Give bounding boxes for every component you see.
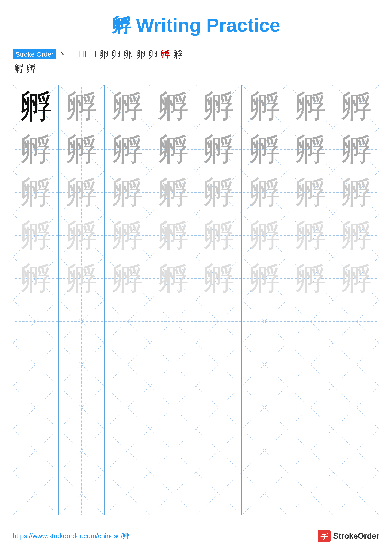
grid-cell-4-6[interactable]: 孵 bbox=[242, 214, 287, 257]
grid-cell-7-8[interactable] bbox=[333, 343, 379, 386]
stroke-step-11: 孵 bbox=[161, 48, 170, 61]
grid-cell-7-4[interactable] bbox=[150, 343, 196, 386]
grid-cell-8-6[interactable] bbox=[242, 386, 287, 429]
char-guide: 孵 bbox=[66, 90, 97, 122]
grid-cell-7-2[interactable] bbox=[59, 343, 104, 386]
grid-cell-5-8[interactable]: 孵 bbox=[333, 257, 379, 300]
grid-cell-8-8[interactable] bbox=[333, 386, 379, 429]
grid-cell-4-7[interactable]: 孵 bbox=[287, 214, 333, 257]
grid-cell-7-3[interactable] bbox=[105, 343, 150, 386]
char-guide: 孵 bbox=[20, 219, 51, 251]
grid-cell-5-7[interactable]: 孵 bbox=[287, 257, 333, 300]
grid-cell-8-4[interactable] bbox=[150, 386, 196, 429]
grid-cell-9-8[interactable] bbox=[333, 429, 379, 472]
grid-cell-2-1[interactable]: 孵 bbox=[13, 128, 59, 171]
grid-cell-9-2[interactable] bbox=[59, 429, 104, 472]
grid-cell-8-3[interactable] bbox=[105, 386, 150, 429]
grid-cell-4-3[interactable]: 孵 bbox=[105, 214, 150, 257]
svg-line-89 bbox=[196, 300, 242, 343]
char-guide: 孵 bbox=[20, 263, 51, 294]
grid-cell-2-8[interactable]: 孵 bbox=[333, 128, 379, 171]
char-guide: 孵 bbox=[340, 133, 372, 165]
grid-cell-5-1[interactable]: 孵 bbox=[13, 257, 59, 300]
grid-cell-9-5[interactable] bbox=[196, 429, 242, 472]
grid-cell-5-3[interactable]: 孵 bbox=[105, 257, 150, 300]
grid-cell-1-3[interactable]: 孵 bbox=[105, 85, 150, 128]
grid-cell-6-7[interactable] bbox=[287, 300, 333, 343]
grid-cell-10-1[interactable] bbox=[13, 472, 59, 515]
grid-cell-10-8[interactable] bbox=[333, 472, 379, 515]
grid-cell-4-1[interactable]: 孵 bbox=[13, 214, 59, 257]
grid-cell-6-1[interactable] bbox=[13, 300, 59, 343]
grid-cell-5-5[interactable]: 孵 bbox=[196, 257, 242, 300]
grid-cell-8-2[interactable] bbox=[59, 386, 104, 429]
grid-cell-10-6[interactable] bbox=[242, 472, 287, 515]
grid-cell-8-1[interactable] bbox=[13, 386, 59, 429]
grid-cell-5-2[interactable]: 孵 bbox=[59, 257, 104, 300]
grid-cell-9-1[interactable] bbox=[13, 429, 59, 472]
char-guide: 孵 bbox=[294, 133, 326, 165]
grid-cell-9-3[interactable] bbox=[105, 429, 150, 472]
grid-cell-6-5[interactable] bbox=[196, 300, 242, 343]
grid-cell-4-2[interactable]: 孵 bbox=[59, 214, 104, 257]
grid-cell-3-2[interactable]: 孵 bbox=[59, 171, 104, 214]
char-guide: 孵 bbox=[203, 263, 235, 294]
grid-cell-4-8[interactable]: 孵 bbox=[333, 214, 379, 257]
grid-cell-6-4[interactable] bbox=[150, 300, 196, 343]
grid-cell-3-6[interactable]: 孵 bbox=[242, 171, 287, 214]
grid-cell-10-4[interactable] bbox=[150, 472, 196, 515]
grid-row-4: 孵 孵 孵 孵 孵 孵 孵 孵 bbox=[13, 214, 379, 257]
svg-line-159 bbox=[333, 472, 379, 515]
grid-cell-3-3[interactable]: 孵 bbox=[105, 171, 150, 214]
grid-cell-8-7[interactable] bbox=[287, 386, 333, 429]
footer-url-link[interactable]: https://www.strokeorder.com/chinese/孵 bbox=[13, 532, 129, 540]
grid-cell-9-7[interactable] bbox=[287, 429, 333, 472]
grid-cell-7-5[interactable] bbox=[196, 343, 242, 386]
char-guide: 孵 bbox=[294, 219, 326, 251]
grid-cell-10-5[interactable] bbox=[196, 472, 242, 515]
grid-cell-2-4[interactable]: 孵 bbox=[150, 128, 196, 171]
grid-cell-7-1[interactable] bbox=[13, 343, 59, 386]
grid-cell-10-2[interactable] bbox=[59, 472, 104, 515]
grid-cell-6-2[interactable] bbox=[59, 300, 104, 343]
grid-cell-2-3[interactable]: 孵 bbox=[105, 128, 150, 171]
grid-cell-3-4[interactable]: 孵 bbox=[150, 171, 196, 214]
grid-cell-8-5[interactable] bbox=[196, 386, 242, 429]
grid-cell-4-5[interactable]: 孵 bbox=[196, 214, 242, 257]
page-title: 孵 Writing Practice bbox=[0, 0, 392, 48]
svg-line-83 bbox=[59, 300, 104, 343]
grid-cell-5-4[interactable]: 孵 bbox=[150, 257, 196, 300]
svg-line-138 bbox=[242, 429, 287, 472]
grid-cell-3-7[interactable]: 孵 bbox=[287, 171, 333, 214]
grid-cell-1-4[interactable]: 孵 bbox=[150, 85, 196, 128]
grid-cell-10-7[interactable] bbox=[287, 472, 333, 515]
grid-cell-2-7[interactable]: 孵 bbox=[287, 128, 333, 171]
grid-cell-6-6[interactable] bbox=[242, 300, 287, 343]
grid-cell-6-3[interactable] bbox=[105, 300, 150, 343]
grid-cell-5-6[interactable]: 孵 bbox=[242, 257, 287, 300]
grid-cell-7-7[interactable] bbox=[287, 343, 333, 386]
grid-cell-9-6[interactable] bbox=[242, 429, 287, 472]
grid-cell-2-2[interactable]: 孵 bbox=[59, 128, 104, 171]
svg-line-94 bbox=[333, 300, 379, 343]
grid-cell-3-8[interactable]: 孵 bbox=[333, 171, 379, 214]
grid-cell-7-6[interactable] bbox=[242, 343, 287, 386]
grid-cell-1-2[interactable]: 孵 bbox=[59, 85, 104, 128]
svg-line-133 bbox=[105, 429, 150, 472]
grid-cell-3-1[interactable]: 孵 bbox=[13, 171, 59, 214]
grid-cell-2-5[interactable]: 孵 bbox=[196, 128, 242, 171]
grid-cell-1-7[interactable]: 孵 bbox=[287, 85, 333, 128]
grid-row-8 bbox=[13, 386, 379, 429]
grid-cell-9-4[interactable] bbox=[150, 429, 196, 472]
grid-cell-1-8[interactable]: 孵 bbox=[333, 85, 379, 128]
grid-cell-1-5[interactable]: 孵 bbox=[196, 85, 242, 128]
grid-cell-2-6[interactable]: 孵 bbox=[242, 128, 287, 171]
svg-line-102 bbox=[150, 343, 196, 386]
grid-cell-6-8[interactable] bbox=[333, 300, 379, 343]
grid-cell-4-4[interactable]: 孵 bbox=[150, 214, 196, 257]
grid-cell-10-3[interactable] bbox=[105, 472, 150, 515]
svg-line-110 bbox=[333, 343, 379, 386]
grid-cell-1-6[interactable]: 孵 bbox=[242, 85, 287, 128]
grid-cell-1-1[interactable]: 孵 bbox=[13, 85, 59, 128]
grid-cell-3-5[interactable]: 孵 bbox=[196, 171, 242, 214]
